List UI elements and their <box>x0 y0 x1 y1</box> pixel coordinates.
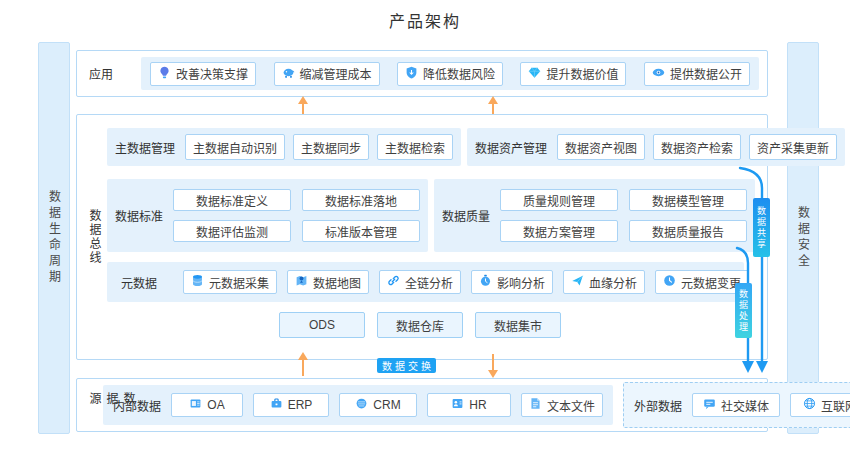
paper-plane-icon <box>571 274 584 290</box>
application-items-container: 改善决策支撑 缩减管理成本 降低数据风险 提升数据价值 提供数据公开 <box>141 57 759 90</box>
master-data-group: 主数据管理 主数据自动识别 主数据同步 主数据检索 <box>107 128 461 166</box>
internet-button[interactable]: 互联网 <box>790 393 850 417</box>
internal-data-group: 内部数据 OA ERP CRM HR 文本文件 <box>103 385 613 425</box>
data-mart-box[interactable]: 数据集市 <box>475 312 561 338</box>
data-bus-layer: 数据总线 主数据管理 主数据自动识别 主数据同步 主数据检索 数据资产管理 数据… <box>76 114 768 360</box>
lineage-analysis-button[interactable]: 血缘分析 <box>563 270 645 294</box>
application-label: 应用 <box>89 65 113 82</box>
feature-button[interactable]: 资产采集更新 <box>749 134 837 160</box>
chat-bubble-icon <box>703 397 716 413</box>
crm-button[interactable]: CRM <box>339 393 417 417</box>
button-label: CRM <box>373 398 400 412</box>
data-bus-label: 数据总线 <box>86 209 103 265</box>
ods-box[interactable]: ODS <box>279 312 365 338</box>
button-label: 影响分析 <box>497 274 545 291</box>
feature-button[interactable]: 质量规则管理 <box>500 189 618 211</box>
button-label: 缩减管理成本 <box>300 65 372 82</box>
button-label: 降低数据风险 <box>423 65 495 82</box>
button-label: ERP <box>288 398 313 412</box>
piggy-bank-icon <box>282 66 295 82</box>
impact-analysis-button[interactable]: 影响分析 <box>471 270 553 294</box>
button-label: 元数据变更 <box>681 274 741 291</box>
full-chain-analysis-button[interactable]: 全链分析 <box>379 270 461 294</box>
data-standard-label: 数据标准 <box>115 207 163 224</box>
feature-button[interactable]: 数据质量报告 <box>629 220 747 242</box>
data-standard-group: 数据标准 数据标准定义 数据标准落地 数据评估监测 标准版本管理 <box>107 179 428 252</box>
lower-risk-button[interactable]: 降低数据风险 <box>397 62 503 86</box>
data-process-label: 数据处理 <box>737 289 750 333</box>
open-data-button[interactable]: 提供数据公开 <box>644 62 750 86</box>
button-label: 文本文件 <box>547 397 595 414</box>
product-architecture-diagram: 产品架构 数据生命周期 数据安全 应用 改善决策支撑 缩减管理成本 降低数据风险… <box>0 0 850 449</box>
application-layer: 应用 改善决策支撑 缩减管理成本 降低数据风险 提升数据价值 提供数据公开 <box>76 50 768 97</box>
social-media-button[interactable]: 社交媒体 <box>692 393 780 417</box>
feature-button[interactable]: 数据资产检索 <box>653 134 741 160</box>
diamond-icon <box>528 66 541 82</box>
button-label: 数据地图 <box>313 274 361 291</box>
data-exchange-badge: 数据交换 <box>377 358 436 373</box>
globe-icon <box>803 397 816 413</box>
reduce-cost-button[interactable]: 缩减管理成本 <box>274 62 380 86</box>
metadata-collect-button[interactable]: 元数据采集 <box>183 270 277 294</box>
flow-up-arrow <box>302 104 304 114</box>
data-asset-label: 数据资产管理 <box>475 139 547 156</box>
flow-up-arrow <box>302 360 304 376</box>
erp-button[interactable]: ERP <box>253 393 329 417</box>
data-process-badge: 数据处理 <box>735 283 752 338</box>
page-title: 产品架构 <box>0 8 850 32</box>
hr-badge-icon <box>451 397 464 413</box>
map-pin-icon <box>295 274 308 290</box>
feature-button[interactable]: 标准版本管理 <box>302 220 420 242</box>
data-security-label: 数据安全 <box>795 206 812 270</box>
feature-button[interactable]: 数据标准定义 <box>173 189 291 211</box>
data-quality-label: 数据质量 <box>442 207 490 224</box>
raise-value-button[interactable]: 提升数据价值 <box>520 62 626 86</box>
feature-button[interactable]: 数据评估监测 <box>173 220 291 242</box>
button-label: 提供数据公开 <box>670 65 742 82</box>
data-share-label: 数据共享 <box>755 206 768 250</box>
master-and-asset-row: 主数据管理 主数据自动识别 主数据同步 主数据检索 数据资产管理 数据资产视图 … <box>107 128 744 166</box>
link-icon <box>387 274 400 290</box>
feature-button[interactable]: 主数据检索 <box>377 134 453 160</box>
improve-decision-button[interactable]: 改善决策支撑 <box>150 62 256 86</box>
text-file-button[interactable]: 文本文件 <box>521 393 603 417</box>
data-bus-content: 主数据管理 主数据自动识别 主数据同步 主数据检索 数据资产管理 数据资产视图 … <box>107 128 744 338</box>
data-quality-group: 数据质量 质量规则管理 数据模型管理 数据方案管理 数据质量报告 <box>434 179 755 252</box>
flow-up-arrow <box>492 104 494 114</box>
standard-and-quality-row: 数据标准 数据标准定义 数据标准落地 数据评估监测 标准版本管理 数据质量 质量… <box>107 179 744 252</box>
erp-briefcase-icon <box>270 397 283 413</box>
data-map-button[interactable]: 数据地图 <box>287 270 369 294</box>
data-source-layer: 数据源 内部数据 OA ERP CRM HR 文本文件 <box>76 378 768 432</box>
storage-row: ODS 数据仓库 数据集市 <box>279 312 744 338</box>
button-label: OA <box>207 398 224 412</box>
data-share-badge: 数据共享 <box>753 198 770 257</box>
hr-button[interactable]: HR <box>427 393 511 417</box>
external-data-label: 外部数据 <box>634 397 682 414</box>
clock-icon <box>663 274 676 290</box>
oa-button[interactable]: OA <box>171 393 243 417</box>
data-warehouse-box[interactable]: 数据仓库 <box>377 312 463 338</box>
button-label: 提升数据价值 <box>546 65 618 82</box>
external-data-group: 外部数据 社交媒体 互联网 <box>623 382 850 428</box>
data-security-bar: 数据安全 <box>787 42 819 434</box>
button-label: HR <box>469 398 486 412</box>
feature-button[interactable]: 数据模型管理 <box>629 189 747 211</box>
data-lifecycle-label: 数据生命周期 <box>46 190 63 286</box>
feature-button[interactable]: 数据标准落地 <box>302 189 420 211</box>
button-label: 互联网 <box>821 397 850 414</box>
text-file-icon <box>529 397 542 413</box>
eye-icon <box>652 66 665 82</box>
feature-button[interactable]: 数据资产视图 <box>557 134 645 160</box>
button-label: 改善决策支撑 <box>176 65 248 82</box>
oa-document-icon <box>189 397 202 413</box>
feature-button[interactable]: 数据方案管理 <box>500 220 618 242</box>
button-label: 元数据采集 <box>209 274 269 291</box>
button-label: 血缘分析 <box>589 274 637 291</box>
feature-button[interactable]: 主数据自动识别 <box>185 134 285 160</box>
data-lifecycle-bar: 数据生命周期 <box>38 42 70 434</box>
stopwatch-icon <box>479 274 492 290</box>
master-data-label: 主数据管理 <box>115 139 175 156</box>
button-label: 全链分析 <box>405 274 453 291</box>
feature-button[interactable]: 主数据同步 <box>293 134 369 160</box>
metadata-group: 元数据 元数据采集 数据地图 全链分析 影响分析 <box>107 262 744 302</box>
